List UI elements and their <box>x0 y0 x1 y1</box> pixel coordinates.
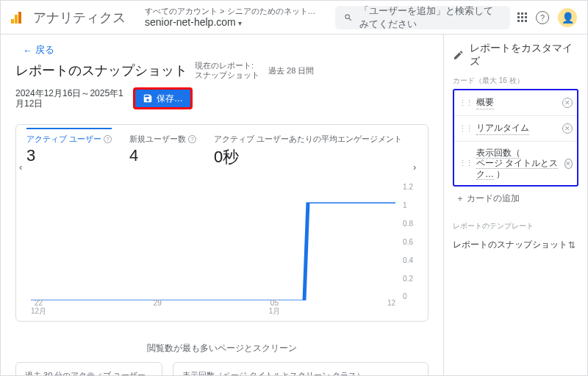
add-card-button[interactable]: ＋ カードの追加 <box>453 187 578 211</box>
card-item-realtime[interactable]: ⋮⋮ リアルタイム ✕ <box>454 116 577 142</box>
swap-icon[interactable]: ⇅ <box>568 240 578 250</box>
y-axis-labels: 1.210.80.60.40.20 <box>403 183 413 300</box>
metric-label: 新規ユーザー数 <box>129 134 186 145</box>
metric-label: アクティブ ユーザー <box>26 134 101 145</box>
save-button[interactable]: 保存… <box>133 87 193 109</box>
card-item-label: リアルタイム <box>476 122 529 135</box>
card-item-views[interactable]: ⋮⋮ 表示回数（ ページ タイトルとスク… ） ✕ <box>454 142 577 185</box>
metric-active-users[interactable]: アクティブ ユーザー ? 3 <box>26 134 112 165</box>
report-title: レポートのスナップショット <box>15 62 187 79</box>
topbar: アナリティクス すべてのアカウント > シニアのためのネット… senior-n… <box>1 1 587 35</box>
card-label: 過去 30 分のアクティブ ユーザー数 <box>25 370 153 375</box>
current-report-label: 現在のレポート: スナップショット <box>195 61 261 80</box>
views-card: 表示回数（ページ タイトルとスクリーン クラス） ページ タイトルとスクリー… … <box>173 362 429 375</box>
back-link[interactable]: ← 戻る <box>15 40 429 61</box>
remove-icon[interactable]: ✕ <box>562 98 573 108</box>
cards-hint: カード（最大 16 枚） <box>453 76 578 86</box>
metrics-card: ‹ › アクティブ ユーザー ? 3 新規ユーザー数 ? 4 アクティブ ユーザ… <box>15 124 429 322</box>
account-picker[interactable]: すべてのアカウント > シニアのためのネット… senior-net-help.… <box>145 7 316 29</box>
search-placeholder: 「ユーザーを追加」と検索してみてください <box>359 4 501 31</box>
chart-svg <box>31 183 395 300</box>
panel-title: レポートをカスタマイズ <box>453 42 578 68</box>
apps-icon[interactable] <box>517 12 527 22</box>
remove-icon[interactable]: ✕ <box>564 159 573 169</box>
template-row[interactable]: レポートのスナップショット ⇅ <box>453 234 578 256</box>
metric-new-users[interactable]: 新規ユーザー数 ? 4 <box>129 134 196 165</box>
metric-label: アクティブ ユーザーあたりの平均エンゲージメント <box>214 134 402 145</box>
drag-handle-icon[interactable]: ⋮⋮ <box>459 98 472 108</box>
metric-avg-engagement[interactable]: アクティブ ユーザーあたりの平均エンゲージメント 0秒 <box>214 134 402 168</box>
back-label: 戻る <box>35 43 54 57</box>
card-title: 表示回数（ページ タイトルとスクリーン クラス） <box>182 370 419 375</box>
save-label: 保存… <box>157 94 183 104</box>
save-icon <box>143 93 153 104</box>
template-section-label: レポートのテンプレート <box>453 221 578 231</box>
cards-list: ⋮⋮ 概要 ✕ ⋮⋮ リアルタイム ✕ ⋮⋮ 表示回数（ ページ タイトルとスク… <box>453 89 578 187</box>
customize-panel: レポートをカスタマイズ カード（最大 16 枚） ⋮⋮ 概要 ✕ ⋮⋮ リアルタ… <box>443 35 587 375</box>
date-range[interactable]: 2024年12月16日～2025年1月12日 <box>15 88 126 109</box>
drag-handle-icon[interactable]: ⋮⋮ <box>459 159 472 168</box>
info-icon[interactable]: ? <box>104 135 112 143</box>
metric-value: 3 <box>26 146 112 165</box>
card-item-overview[interactable]: ⋮⋮ 概要 ✕ <box>454 90 577 116</box>
period-label: 過去 28 日間 <box>268 65 314 76</box>
line-chart: 1.210.80.60.40.20 2212月 29 051月 12 <box>31 183 413 315</box>
remove-icon[interactable]: ✕ <box>562 123 573 134</box>
chevron-down-icon: ▾ <box>238 19 242 27</box>
metric-value: 4 <box>129 146 196 165</box>
info-icon[interactable]: ? <box>188 135 196 143</box>
ga-logo[interactable] <box>11 12 21 24</box>
help-icon[interactable]: ? <box>536 11 549 24</box>
template-name: レポートのスナップショット <box>453 239 567 251</box>
edit-icon <box>453 49 464 61</box>
realtime-card: 過去 30 分のアクティブ ユーザー数 0 <box>15 362 162 375</box>
metric-value: 0秒 <box>214 146 402 168</box>
section-title: 閲覧数が最も多いページとスクリーン <box>15 342 429 355</box>
brand-name: アナリティクス <box>33 9 126 26</box>
avatar[interactable]: 👤 <box>558 8 577 27</box>
search-icon <box>344 12 353 24</box>
card-item-label: 表示回数（ ページ タイトルとスク… ） <box>476 148 560 179</box>
drag-handle-icon[interactable]: ⋮⋮ <box>459 124 472 134</box>
search-box[interactable]: 「ユーザーを追加」と検索してみてください <box>335 6 510 29</box>
chevron-left-icon[interactable]: ‹ <box>19 162 31 173</box>
main-panel: ← 戻る レポートのスナップショット 現在のレポート: スナップショット 過去 … <box>1 35 443 375</box>
chevron-right-icon[interactable]: › <box>413 162 425 173</box>
x-axis-labels: 2212月 29 051月 12 <box>31 299 395 315</box>
account-path: すべてのアカウント > シニアのためのネット… <box>145 7 316 16</box>
account-domain: senior-net-help.com <box>145 16 236 28</box>
card-item-label: 概要 <box>476 96 494 109</box>
